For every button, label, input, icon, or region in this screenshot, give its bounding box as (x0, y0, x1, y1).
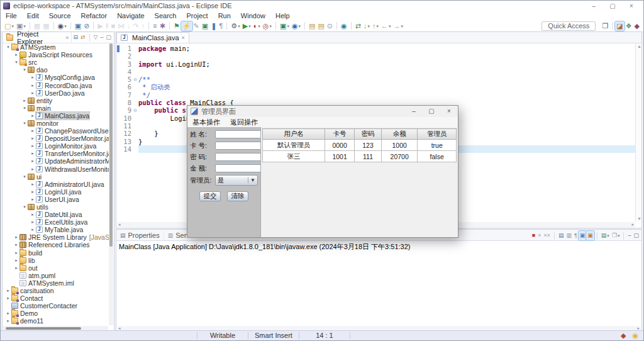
tree-item-changepasswordusermonitor-java[interactable]: ▸ChangePasswordUserMonitor.java (3, 127, 109, 135)
new-menu-icon[interactable]: ▣▾ (15, 21, 27, 31)
open-task-icon[interactable]: ▣ (74, 21, 82, 31)
chevron-down-icon[interactable]: ▾ (11, 21, 14, 31)
synchronize-icon[interactable]: ⇄ (354, 21, 362, 31)
tree-item-excelutils-java[interactable]: ▸ExcelUtils.java (3, 218, 109, 226)
expander-icon[interactable]: ▸ (30, 91, 36, 96)
tree-item-demo11[interactable]: ▸demo11 (3, 317, 109, 325)
chevron-down-icon[interactable]: ▾ (376, 21, 379, 31)
tree-item-dao[interactable]: ▾dao (3, 66, 109, 74)
tree-item-userui-java[interactable]: ▸UserUI.java (3, 196, 109, 203)
column-header-item[interactable]: 卡号 (325, 129, 355, 140)
tree-item-transferusermonitor-java[interactable]: ▸TransferUserMonitor.java (3, 150, 109, 157)
expander-icon[interactable]: ▸ (30, 182, 36, 187)
dialog-close-icon[interactable]: × (440, 106, 458, 117)
chevron-down-icon[interactable]: ▾ (258, 21, 260, 31)
build-project-icon[interactable]: ✱ (158, 21, 167, 31)
expander-icon[interactable]: ▸ (5, 288, 11, 293)
search-icon[interactable]: ⊙ (326, 21, 334, 31)
tree-item-customercontacter[interactable]: CustomerContacter (3, 302, 109, 310)
tab-project-explorer[interactable]: Project Explorer × (4, 32, 72, 43)
perspective-debug-icon[interactable]: ◆ (633, 21, 641, 31)
terminate-icon[interactable]: ■ (109, 21, 116, 31)
external-tools-icon[interactable]: ◎▾ (262, 21, 273, 31)
suspend-icon[interactable]: ‖ (104, 21, 110, 31)
perspective-javaee-icon[interactable]: ◪ (615, 21, 624, 31)
view-menu-icon[interactable]: ▽ (92, 33, 99, 42)
chevron-down-icon[interactable]: ▾ (401, 21, 403, 31)
expander-icon[interactable]: ▸ (30, 197, 36, 202)
expander-icon[interactable]: ▸ (30, 151, 36, 156)
menu-search[interactable]: Search (150, 12, 182, 20)
chevron-down-icon[interactable]: ▾ (607, 231, 609, 240)
dialog-minimize-icon[interactable]: – (405, 106, 423, 117)
expander-icon[interactable]: ▸ (30, 83, 36, 88)
step-into-icon[interactable]: ↓ (126, 21, 132, 31)
tree-item-lib[interactable]: ▸lib (3, 257, 109, 264)
resume-icon[interactable]: ▶ (96, 21, 104, 31)
web-browser-icon[interactable]: ◉▾ (291, 21, 302, 31)
chevron-down-icon[interactable]: ▾ (64, 21, 67, 31)
overview-ruler[interactable]: ▲ ▼ (635, 43, 641, 221)
quick-access-box[interactable]: Quick Access (541, 21, 596, 31)
expander-icon[interactable]: ▸ (30, 167, 36, 172)
menu-file[interactable]: File (1, 12, 22, 20)
close-icon[interactable]: × (182, 35, 185, 41)
chevron-down-icon[interactable]: ▾ (389, 21, 391, 31)
code-line-1[interactable]: 1package main; (120, 45, 635, 52)
tree-item-javascript-resources[interactable]: ▸JavaScript Resources (3, 51, 109, 59)
expander-icon[interactable]: ▸ (5, 296, 11, 301)
expander-icon[interactable]: ▸ (30, 227, 36, 232)
expander-icon[interactable]: ▾ (21, 204, 28, 210)
tree-item-userdao-java[interactable]: ▸UserDao.java (3, 89, 109, 97)
tree-item-contact[interactable]: ▸Contact (3, 294, 109, 302)
tree-item-recorddao-java[interactable]: ▸RecordDao.java (3, 81, 109, 89)
menu-refactor[interactable]: Refactor (76, 12, 113, 20)
tree-item-carsituation[interactable]: ▸carsituation (3, 287, 109, 294)
maximize-console-icon[interactable]: ▢ (632, 231, 640, 240)
back-icon[interactable]: ←▾ (380, 21, 392, 31)
chevron-down-icon[interactable]: ▾ (287, 21, 289, 31)
mark-occurrences-icon[interactable]: ≡ (152, 21, 158, 31)
maximize-view-icon[interactable]: ▢ (104, 33, 113, 42)
clear-button[interactable]: 清除 (227, 191, 248, 201)
word-wrap-icon[interactable]: ¶ (573, 231, 579, 240)
save-icon[interactable]: ▦ (33, 21, 42, 31)
expander-icon[interactable]: ▸ (30, 128, 36, 133)
dialog-menu-item[interactable]: 返回操作 (225, 118, 263, 127)
open-folder-b-icon[interactable]: ▤ (316, 21, 325, 31)
tree-item-withdrawalusermonitor-java[interactable]: ▸WithdrawalUserMonitor.java (3, 165, 109, 173)
maximize-icon[interactable]: ▢ (603, 3, 622, 9)
annotation-up-icon[interactable]: ↑▾ (371, 21, 380, 31)
menu-source[interactable]: Source (44, 12, 76, 20)
debug-config-icon[interactable]: ⚙▾ (230, 21, 241, 31)
expander-icon[interactable]: ▸ (13, 258, 19, 263)
tree-item-main[interactable]: ▾main (3, 104, 109, 112)
chevron-down-icon[interactable]: ▼ (248, 177, 257, 183)
code-line-2[interactable]: 2 (120, 52, 635, 60)
open-perspective-icon[interactable]: ❐ (601, 21, 609, 31)
run-icon[interactable]: ▶▾ (242, 21, 252, 31)
tree-item-build[interactable]: ▸build (3, 249, 109, 257)
forward-icon[interactable]: →▾ (392, 21, 404, 31)
tree-item-loginui-java[interactable]: ▸LoginUI.java (3, 188, 109, 196)
submit-button[interactable]: 提交 (199, 191, 221, 201)
chevron-down-icon[interactable]: ▾ (618, 231, 620, 240)
tree-item-ui[interactable]: ▾ui (3, 173, 109, 181)
dialog-menu-item[interactable]: 基本操作 (187, 118, 225, 127)
chevron-down-icon[interactable]: ▾ (23, 21, 26, 31)
expander-icon[interactable]: ▸ (21, 98, 28, 103)
tree-item-demo[interactable]: ▸Demo (3, 310, 109, 317)
user-profile-icon[interactable]: ◉▾ (57, 21, 68, 31)
mark-entry-icon[interactable]: ✎ (192, 21, 201, 31)
fold-marker-icon[interactable]: ⊖ (132, 106, 138, 114)
tree-item-mysqlconfig-java[interactable]: ▸MysqlConfig.java (3, 74, 109, 81)
menu-navigate[interactable]: Navigate (112, 12, 149, 20)
tree-item-administratorui-java[interactable]: ▸AdministratorUI.java (3, 181, 109, 188)
tree-item-mainclass-java[interactable]: ▸MainClass.java (3, 112, 109, 120)
scroll-lock-icon[interactable]: ▥ (565, 231, 573, 240)
expander-icon[interactable]: ▾ (21, 106, 28, 111)
tree-item-monitor[interactable]: ▾monitor (3, 120, 109, 127)
coverage-icon[interactable]: ◐▾ (252, 21, 262, 31)
expander-icon[interactable]: ▸ (30, 113, 36, 118)
column-header-item[interactable]: 用户名 (263, 129, 325, 140)
